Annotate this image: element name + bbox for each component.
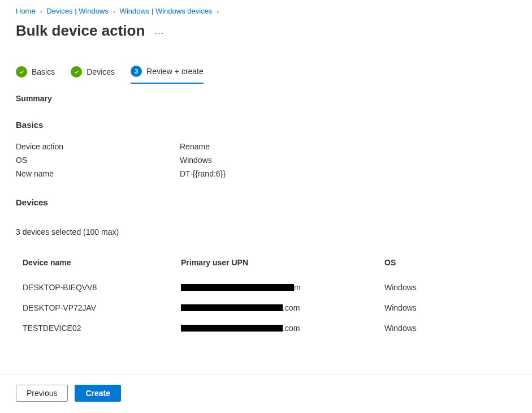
content-area: Summary Basics Device action Rename OS W…	[0, 84, 532, 338]
redacted-text	[181, 304, 283, 311]
table-row: DESKTOP-VP72JAV .com Windows	[16, 298, 516, 318]
cell-upn: m	[174, 277, 378, 298]
th-primary-upn[interactable]: Primary user UPN	[174, 252, 378, 277]
footer-actions: Previous Create	[0, 374, 532, 413]
cell-os: Windows	[378, 277, 516, 298]
tab-label: Review + create	[146, 67, 204, 76]
upn-suffix: .com	[283, 324, 300, 333]
table-row: TESTDEVICE02 .com Windows	[16, 318, 516, 338]
chevron-right-icon: ›	[113, 8, 115, 15]
cell-device-name: DESKTOP-BIEQVV8	[16, 277, 174, 298]
check-circle-icon	[71, 66, 82, 78]
page-title: Bulk device action	[16, 22, 145, 40]
kv-row: Device action Rename	[16, 140, 516, 153]
summary-heading: Summary	[16, 94, 516, 103]
tab-label: Devices	[86, 67, 115, 76]
redacted-text	[181, 325, 283, 332]
page-header: Bulk device action …	[0, 18, 532, 53]
kv-label: New name	[16, 169, 180, 178]
upn-suffix: m	[294, 283, 301, 292]
selected-count: 3 devices selected (100 max)	[16, 227, 516, 236]
create-button[interactable]: Create	[75, 385, 121, 402]
more-actions-icon[interactable]: …	[154, 25, 165, 37]
kv-row: OS Windows	[16, 153, 516, 167]
breadcrumb-windows-devices[interactable]: Windows | Windows devices	[120, 7, 213, 15]
redacted-text	[181, 284, 294, 291]
kv-value: Windows	[180, 156, 212, 165]
previous-button[interactable]: Previous	[16, 385, 68, 402]
upn-suffix: .com	[283, 303, 300, 312]
cell-device-name: DESKTOP-VP72JAV	[16, 298, 174, 318]
table-header-row: Device name Primary user UPN OS	[16, 252, 516, 277]
step-number-icon: 3	[131, 66, 142, 77]
tab-devices[interactable]: Devices	[71, 66, 115, 83]
breadcrumb: Home › Devices | Windows › Windows | Win…	[0, 0, 532, 18]
cell-upn: .com	[174, 318, 378, 338]
cell-upn: .com	[174, 298, 378, 318]
th-device-name[interactable]: Device name	[16, 252, 174, 277]
cell-device-name: TESTDEVICE02	[16, 318, 174, 338]
tab-basics[interactable]: Basics	[16, 66, 55, 83]
chevron-right-icon: ›	[40, 8, 42, 15]
cell-os: Windows	[378, 318, 516, 338]
table-row: DESKTOP-BIEQVV8 m Windows	[16, 277, 516, 298]
cell-os: Windows	[378, 298, 516, 318]
th-os[interactable]: OS	[378, 252, 516, 277]
kv-value: Rename	[180, 142, 210, 151]
breadcrumb-home[interactable]: Home	[16, 7, 36, 15]
chevron-right-icon: ›	[217, 8, 219, 15]
tab-review-create[interactable]: 3 Review + create	[131, 66, 204, 84]
breadcrumb-devices-windows[interactable]: Devices | Windows	[46, 7, 109, 15]
devices-table: Device name Primary user UPN OS DESKTOP-…	[16, 252, 516, 338]
kv-label: OS	[16, 156, 180, 165]
check-circle-icon	[16, 66, 27, 78]
tab-label: Basics	[32, 67, 55, 76]
kv-label: Device action	[16, 142, 180, 151]
wizard-tabs: Basics Devices 3 Review + create	[0, 53, 532, 84]
kv-value: DT-{{rand:6}}	[180, 169, 226, 178]
basics-heading: Basics	[16, 120, 516, 130]
kv-row: New name DT-{{rand:6}}	[16, 167, 516, 180]
devices-heading: Devices	[16, 197, 516, 207]
